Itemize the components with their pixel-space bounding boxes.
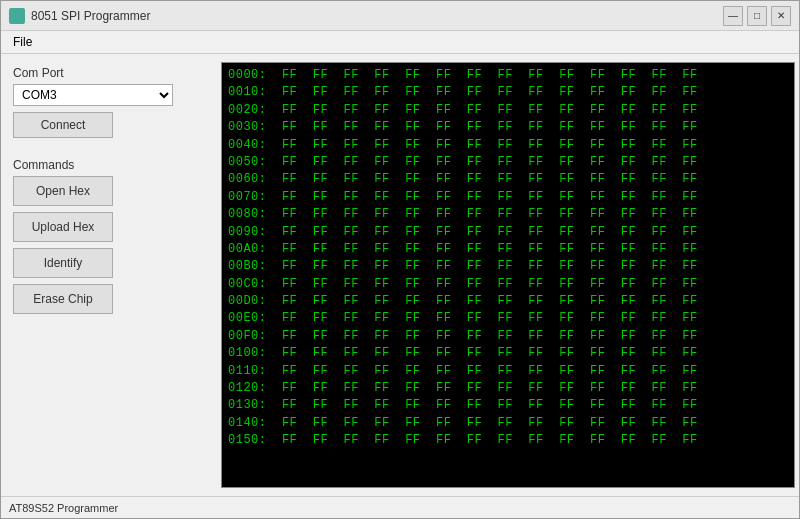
hex-row: 00F0: FF FF FF FF FF FF FF FF FF FF FF F… xyxy=(228,328,788,345)
hex-row: 0070: FF FF FF FF FF FF FF FF FF FF FF F… xyxy=(228,189,788,206)
com-port-label: Com Port xyxy=(13,66,209,80)
com-port-select[interactable]: COM1 COM2 COM3 COM4 COM5 xyxy=(13,84,173,106)
open-hex-button[interactable]: Open Hex xyxy=(13,176,113,206)
title-bar-left: 8051 SPI Programmer xyxy=(9,8,150,24)
hex-row: 0010: FF FF FF FF FF FF FF FF FF FF FF F… xyxy=(228,84,788,101)
status-bar: AT89S52 Programmer xyxy=(1,496,799,518)
hex-row: 0150: FF FF FF FF FF FF FF FF FF FF FF F… xyxy=(228,432,788,449)
main-window: 8051 SPI Programmer — □ ✕ File Com Port … xyxy=(0,0,800,519)
hex-row: 00D0: FF FF FF FF FF FF FF FF FF FF FF F… xyxy=(228,293,788,310)
title-bar: 8051 SPI Programmer — □ ✕ xyxy=(1,1,799,31)
status-text: AT89S52 Programmer xyxy=(9,502,118,514)
minimize-button[interactable]: — xyxy=(723,6,743,26)
commands-section: Commands Open Hex Upload Hex Identify Er… xyxy=(13,158,209,320)
hex-row: 0040: FF FF FF FF FF FF FF FF FF FF FF F… xyxy=(228,137,788,154)
com-port-select-wrapper: COM1 COM2 COM3 COM4 COM5 xyxy=(13,84,209,106)
upload-hex-button[interactable]: Upload Hex xyxy=(13,212,113,242)
hex-row: 00B0: FF FF FF FF FF FF FF FF FF FF FF F… xyxy=(228,258,788,275)
close-button[interactable]: ✕ xyxy=(771,6,791,26)
hex-row: 0120: FF FF FF FF FF FF FF FF FF FF FF F… xyxy=(228,380,788,397)
hex-row: 0030: FF FF FF FF FF FF FF FF FF FF FF F… xyxy=(228,119,788,136)
hex-row: 0000: FF FF FF FF FF FF FF FF FF FF FF F… xyxy=(228,67,788,84)
hex-row: 00A0: FF FF FF FF FF FF FF FF FF FF FF F… xyxy=(228,241,788,258)
hex-row: 0060: FF FF FF FF FF FF FF FF FF FF FF F… xyxy=(228,171,788,188)
hex-row: 0130: FF FF FF FF FF FF FF FF FF FF FF F… xyxy=(228,397,788,414)
hex-row: 0020: FF FF FF FF FF FF FF FF FF FF FF F… xyxy=(228,102,788,119)
commands-label: Commands xyxy=(13,158,209,172)
hex-row: 00C0: FF FF FF FF FF FF FF FF FF FF FF F… xyxy=(228,276,788,293)
erase-chip-button[interactable]: Erase Chip xyxy=(13,284,113,314)
menu-bar: File xyxy=(1,31,799,54)
hex-row: 0100: FF FF FF FF FF FF FF FF FF FF FF F… xyxy=(228,345,788,362)
left-panel: Com Port COM1 COM2 COM3 COM4 COM5 Connec… xyxy=(1,54,221,496)
hex-row: 0090: FF FF FF FF FF FF FF FF FF FF FF F… xyxy=(228,224,788,241)
connect-button[interactable]: Connect xyxy=(13,112,113,138)
hex-row: 0140: FF FF FF FF FF FF FF FF FF FF FF F… xyxy=(228,415,788,432)
hex-display[interactable]: 0000: FF FF FF FF FF FF FF FF FF FF FF F… xyxy=(221,62,795,488)
app-icon xyxy=(9,8,25,24)
main-content: Com Port COM1 COM2 COM3 COM4 COM5 Connec… xyxy=(1,54,799,496)
window-title: 8051 SPI Programmer xyxy=(31,9,150,23)
hex-row: 0080: FF FF FF FF FF FF FF FF FF FF FF F… xyxy=(228,206,788,223)
hex-row: 00E0: FF FF FF FF FF FF FF FF FF FF FF F… xyxy=(228,310,788,327)
com-port-section: Com Port COM1 COM2 COM3 COM4 COM5 Connec… xyxy=(13,66,209,138)
file-menu[interactable]: File xyxy=(7,33,38,51)
title-controls: — □ ✕ xyxy=(723,6,791,26)
hex-row: 0050: FF FF FF FF FF FF FF FF FF FF FF F… xyxy=(228,154,788,171)
identify-button[interactable]: Identify xyxy=(13,248,113,278)
hex-row: 0110: FF FF FF FF FF FF FF FF FF FF FF F… xyxy=(228,363,788,380)
maximize-button[interactable]: □ xyxy=(747,6,767,26)
right-panel: 0000: FF FF FF FF FF FF FF FF FF FF FF F… xyxy=(221,54,799,496)
